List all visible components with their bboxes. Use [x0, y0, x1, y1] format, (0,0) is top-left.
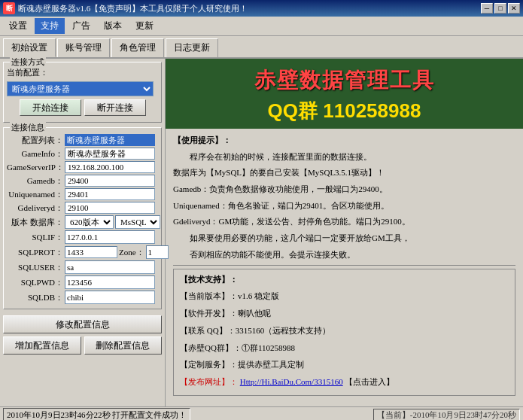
tech-line-0: 【当前版本】：v1.6 稳定版: [180, 289, 509, 304]
title-bar-controls: ─ □ ✕: [481, 3, 520, 14]
menu-settings[interactable]: 设置: [3, 18, 33, 34]
right-panel: 赤壁数据管理工具 QQ群 110258988 【使用提示】： 程序会在初始的时候…: [166, 59, 523, 406]
sqlprot-field: SQLPROT： Zone：: [7, 245, 158, 259]
tech-support-title: 【技术支持】：: [180, 272, 509, 288]
sqlif-input[interactable]: [65, 230, 155, 244]
right-text-area: 【使用提示】： 程序会在初始的时候，连接配置里面的数据连接。 数据库为【MySQ…: [166, 129, 523, 406]
zone-label: Zone：: [119, 247, 144, 258]
title-bar-left: 断 断魂赤壁服务器v1.6【免责声明】本工具仅限于个人研究使用！: [3, 2, 248, 14]
tip-5: 如果要使用必要的功能，这几个端口一定要开放给GM工具，: [173, 231, 515, 245]
tip-2: Gamedb：负责角色数据修改功能使用，一般端口为29400。: [173, 182, 515, 196]
status-left-text: 2010年10月9日23时46分22秒 打开配置文件成功！: [3, 408, 190, 420]
sqlpwd-input[interactable]: [65, 275, 155, 289]
sqlpwd-label: SQLPWD：: [7, 277, 63, 288]
tech-line-5: 【发布网址】： Http://Hi.BaiDu.Com/3315160 【点击进…: [180, 375, 509, 390]
divider: [173, 265, 515, 266]
gamedb-value: 29400: [65, 175, 155, 187]
tip-6: 否则相应的功能不能使用。会提示连接失败。: [173, 248, 515, 262]
status-right-text: 【当前】-2010年10月9日23时47分20秒: [373, 409, 520, 420]
sqlprot-label: SQLPROT：: [7, 247, 63, 258]
connect-group-title: 连接方式: [10, 56, 46, 68]
config-select-wrapper: 断魂赤壁服务器: [7, 81, 158, 96]
gameinfo-label: GameInfo：: [7, 148, 63, 160]
connect-group: 连接方式 当前配置： 断魂赤壁服务器 开始连接 断开连接: [3, 62, 162, 123]
uniquenamed-value: 29401: [65, 188, 155, 200]
gamedb-field: Gamedb： 29400: [7, 175, 158, 187]
uniquenamed-label: Uniquenamed：: [7, 189, 63, 200]
tech-line-2: 【联系 QQ】：3315160（远程技术支持）: [180, 324, 509, 339]
current-config-label: 当前配置：: [7, 67, 48, 78]
tip-4: Gdeliveryd：GM功能，发送公告、封停角色功能。端口为29100。: [173, 215, 515, 229]
connect-button[interactable]: 开始连接: [20, 99, 81, 116]
disconnect-button[interactable]: 断开连接: [84, 99, 146, 116]
config-list-field: 配置列表： 断魂赤壁服务器: [7, 134, 158, 146]
tab-log-update[interactable]: 日志更新: [166, 38, 218, 57]
uniquenamed-field: Uniquenamed： 29401: [7, 188, 158, 200]
db-select[interactable]: MsSQL库 MySQL库: [115, 215, 160, 229]
tech-line-4: 【定制服务】：提供赤壁工具定制: [180, 358, 509, 373]
delete-config-button[interactable]: 删除配置信息: [84, 336, 163, 355]
banner-qq: QQ群 110258988: [178, 98, 511, 124]
bottom-buttons: 修改配置信息 增加配置信息 删除配置信息: [3, 312, 162, 358]
status-right: 【当前】-2010年10月9日23时47分20秒: [373, 409, 520, 420]
menu-support[interactable]: 支持: [35, 18, 65, 34]
version-label: 版本 数据库：: [7, 217, 63, 228]
status-bar: 2010年10月9日23时46分22秒 打开配置文件成功！ 【当前】-2010年…: [0, 406, 523, 420]
tab-role-mgmt[interactable]: 角色管理: [111, 38, 164, 57]
gameinfo-value: 断魂赤壁服务器: [65, 148, 155, 160]
sqlpwd-field: SQLPWD：: [7, 275, 158, 289]
tips-title: 【使用提示】：: [173, 133, 515, 148]
gamedb-label: Gamedb：: [7, 175, 63, 187]
minimize-button[interactable]: ─: [481, 3, 493, 14]
title-bar: 断 断魂赤壁服务器v1.6【免责声明】本工具仅限于个人研究使用！ ─ □ ✕: [0, 0, 523, 17]
menu-update[interactable]: 更新: [129, 18, 160, 34]
modify-config-button[interactable]: 修改配置信息: [3, 315, 162, 333]
enter-label: 【点击进入】: [345, 377, 394, 386]
menu-bar: 设置 支持 广告 版本 更新: [0, 17, 523, 36]
sqlprot-input[interactable]: [65, 246, 117, 258]
sqlif-field: SQLIF：: [7, 230, 158, 244]
config-select[interactable]: 断魂赤壁服务器: [7, 81, 154, 96]
tip-1: 数据库为【MySQL】的要自己安装【MySQL3.5.1驱动】！: [173, 166, 515, 180]
tech-line-3: 【赤壁QQ群】：①群110258988: [180, 341, 509, 356]
sqldb-field: SQLDB：: [7, 291, 158, 304]
app-icon: 断: [3, 2, 15, 14]
window-title: 断魂赤壁服务器v1.6【免责声明】本工具仅限于个人研究使用！: [18, 3, 248, 14]
config-row: 当前配置：: [7, 67, 158, 78]
left-panel: 连接方式 当前配置： 断魂赤壁服务器 开始连接 断开连接 连接信息 配置列表： …: [0, 59, 166, 406]
publish-link[interactable]: Http://Hi.BaiDu.Com/3315160: [240, 377, 343, 386]
add-delete-btn-row: 增加配置信息 删除配置信息: [3, 336, 162, 355]
banner-title: 赤壁数据管理工具: [178, 66, 511, 95]
tab-initial-setup[interactable]: 初始设置: [3, 38, 56, 57]
close-button[interactable]: ✕: [508, 3, 520, 14]
add-config-button[interactable]: 增加配置信息: [3, 336, 81, 355]
sqluser-input[interactable]: [65, 260, 155, 274]
menu-version[interactable]: 版本: [98, 18, 128, 34]
gameserverip-label: GameServerIP：: [7, 162, 63, 173]
tabs-bar: 初始设置 账号管理 角色管理 日志更新: [0, 36, 523, 57]
gameinfo-field: GameInfo： 断魂赤壁服务器: [7, 148, 158, 160]
gameserverip-value: 192.168.200.100: [65, 161, 155, 173]
maximize-button[interactable]: □: [494, 3, 506, 14]
sqldb-label: SQLDB：: [7, 292, 63, 303]
gdeliveryd-field: Gdeliveryd： 29100: [7, 202, 158, 214]
menu-ad[interactable]: 广告: [66, 18, 96, 34]
version-select[interactable]: 620版本 500版本 700版本: [65, 215, 114, 229]
version-db-field: 版本 数据库： 620版本 500版本 700版本 MsSQL库 MySQL库: [7, 215, 158, 229]
zone-input[interactable]: [146, 245, 169, 259]
tip-3: Uniquenamed：角色名验证，端口为29401。合区功能使用。: [173, 199, 515, 213]
tip-0: 程序会在初始的时候，连接配置里面的数据连接。: [173, 150, 515, 164]
sqlif-label: SQLIF：: [7, 232, 63, 243]
tab-account-mgmt[interactable]: 账号管理: [57, 38, 110, 57]
info-group-title: 连接信息: [10, 122, 46, 133]
sqluser-field: SQLUSER：: [7, 260, 158, 274]
sqldb-input[interactable]: [65, 291, 155, 304]
config-list-label: 配置列表：: [7, 135, 63, 146]
gameserverip-field: GameServerIP： 192.168.200.100: [7, 161, 158, 173]
connect-btn-row: 开始连接 断开连接: [7, 99, 158, 116]
tech-line-1: 【软件开发】：喇叭他呢: [180, 306, 509, 321]
config-list-value: 断魂赤壁服务器: [65, 134, 155, 146]
status-left: 2010年10月9日23时46分22秒 打开配置文件成功！: [3, 408, 367, 420]
gdeliveryd-label: Gdeliveryd：: [7, 202, 63, 214]
info-group: 连接信息 配置列表： 断魂赤壁服务器 GameInfo： 断魂赤壁服务器 Gam…: [3, 127, 162, 309]
